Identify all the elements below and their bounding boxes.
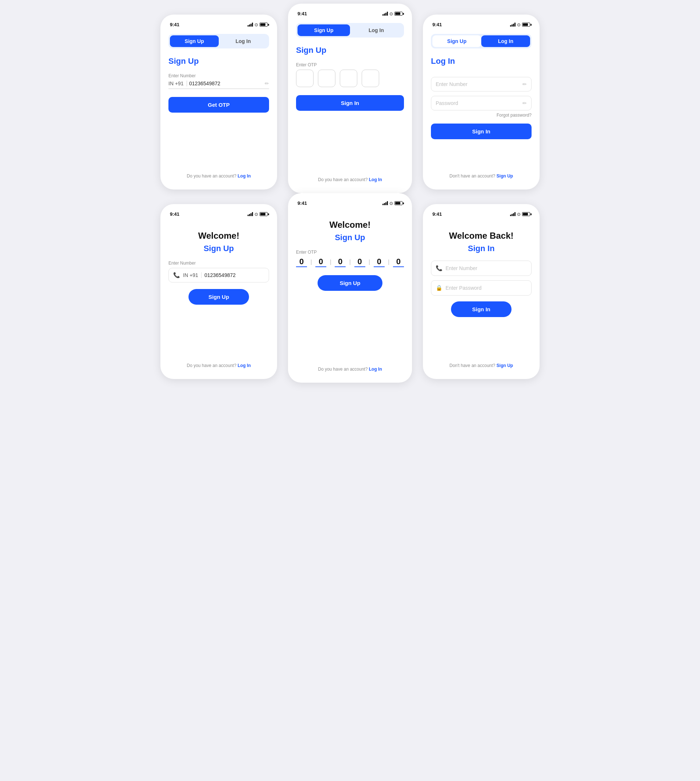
battery-icon [395,12,402,16]
signup-button[interactable]: Sign Up [188,289,249,305]
field-label: Enter OTP [296,62,404,67]
signup-button[interactable]: Sign Up [318,275,382,291]
otp-box-4[interactable] [362,70,379,87]
lock-icon: 🔒 [436,285,443,291]
status-bar: 9:41 ⊙ [296,200,404,206]
status-time: 9:41 [432,22,442,27]
field-label: Enter Number [168,73,269,78]
status-time: 9:41 [170,211,179,217]
screen-title: Log In [431,57,532,66]
tab-toggle: Sign Up Log In [168,34,269,48]
field-label: Enter Number [168,261,269,266]
bottom-action-link[interactable]: Log In [238,173,251,178]
otp-box-2[interactable] [318,70,335,87]
phones-row-1: 9:41 ⊙ Sign Up Log In Sign Up Enter Numb… [160,15,540,193]
phone-input-modern[interactable]: 📞 IN +91 01236549872 [168,268,269,282]
status-time: 9:41 [298,11,307,17]
otp-char-6[interactable]: 0 [393,257,404,267]
field-label: Enter OTP [296,250,404,255]
number-input[interactable]: Enter Number ✏ [431,77,532,92]
number-input-modern[interactable]: 📞 Enter Number [431,261,532,276]
status-bar: 9:41 ⊙ [168,22,269,27]
status-bar: 9:41 ⊙ [296,11,404,17]
bottom-text: Do you have an account? [187,173,236,178]
bottom-text: Do you have an account? [318,177,368,182]
password-placeholder: Enter Password [445,285,527,291]
otp-char-4[interactable]: 0 [354,257,365,267]
welcome-subtitle: Sign Up [296,233,404,242]
edit-icon: ✏ [522,100,527,106]
welcome-title: Welcome! [296,220,404,230]
bottom-action-link[interactable]: Sign Up [497,363,513,368]
bottom-text: Don't have an account? [450,173,495,178]
signal-icon [248,23,253,27]
battery-icon [260,212,268,216]
phone-input[interactable]: IN +91 01236549872 ✏ [168,80,269,89]
status-icons: ⊙ [510,22,530,27]
status-icons: ⊙ [382,11,402,17]
welcome-title: Welcome! [168,231,269,241]
otp-row-modern: 0 | 0 | 0 | 0 | 0 | 0 [296,257,404,267]
bottom-action-link[interactable]: Sign Up [497,173,513,178]
tab-signup-btn[interactable]: Sign Up [170,35,219,47]
phone-card-welcome-otp: 9:41 ⊙ Welcome! Sign Up Enter OTP 0 | 0 … [288,193,412,383]
welcome-subtitle: Sign In [431,244,532,253]
bottom-link-row: Don't have an account? Sign Up [431,356,532,368]
bottom-link-row: Do you have an account? Log In [168,356,269,368]
phone-card-welcome-signin: 9:41 ⊙ Welcome Back! Sign In 📞 Enter Num… [423,204,540,379]
battery-icon [522,23,530,27]
bottom-link-row: Don't have an account? Sign Up [431,166,532,178]
status-icons: ⊙ [382,201,402,206]
otp-box-1[interactable] [296,70,313,87]
otp-char-3[interactable]: 0 [335,257,346,267]
status-icons: ⊙ [248,22,268,27]
number-placeholder: Enter Number [436,81,520,87]
status-bar: 9:41 ⊙ [431,211,532,217]
battery-icon [395,201,402,205]
tab-login-btn[interactable]: Log In [481,35,530,47]
status-bar: 9:41 ⊙ [431,22,532,27]
bottom-action-link[interactable]: Log In [369,177,382,182]
sign-in-button[interactable]: Sign In [451,301,512,317]
tab-signup-btn[interactable]: Sign Up [298,24,350,36]
status-time: 9:41 [298,200,307,206]
signal-icon [510,212,515,216]
signal-icon [248,212,253,216]
otp-char-2[interactable]: 0 [315,257,326,267]
tab-toggle: Sign Up Log In [296,23,404,38]
otp-char-5[interactable]: 0 [374,257,385,267]
phones-row-2: 9:41 ⊙ Welcome! Sign Up Enter Number 📞 I… [160,204,540,383]
signal-icon [382,201,388,205]
get-otp-button[interactable]: Get OTP [168,97,269,113]
wifi-icon: ⊙ [389,201,393,206]
bottom-link-row: Do you have an account? Log In [296,359,404,372]
screen-title: Sign Up [168,57,269,66]
otp-boxes [296,70,404,87]
status-time: 9:41 [170,22,179,27]
password-input[interactable]: Password ✏ [431,96,532,110]
status-time: 9:41 [432,211,442,217]
welcome-title: Welcome Back! [431,231,532,241]
phone-card-signup-otp: 9:41 ⊙ Sign Up Log In Sign Up Enter OTP … [288,3,412,193]
otp-box-3[interactable] [340,70,357,87]
forgot-password[interactable]: Forgot password? [431,113,532,118]
otp-char-1[interactable]: 0 [296,257,307,267]
battery-icon [260,23,268,27]
password-input-modern[interactable]: 🔒 Enter Password [431,280,532,296]
bottom-action-link[interactable]: Log In [238,363,251,368]
status-icons: ⊙ [510,212,530,217]
sign-in-button[interactable]: Sign In [431,123,532,139]
tab-login-btn[interactable]: Log In [350,24,402,36]
edit-icon: ✏ [522,81,527,87]
wifi-icon: ⊙ [255,22,258,27]
tab-signup-btn[interactable]: Sign Up [432,35,481,47]
welcome-subtitle: Sign Up [168,244,269,253]
sign-in-button[interactable]: Sign In [296,95,404,111]
number-placeholder: Enter Number [445,265,527,271]
bottom-action-link[interactable]: Log In [369,366,382,372]
wifi-icon: ⊙ [255,212,258,217]
phone-prefix: IN +91 [183,272,202,278]
tab-login-btn[interactable]: Log In [219,35,268,47]
bottom-text: Don't have an account? [450,363,495,368]
wifi-icon: ⊙ [389,11,393,17]
